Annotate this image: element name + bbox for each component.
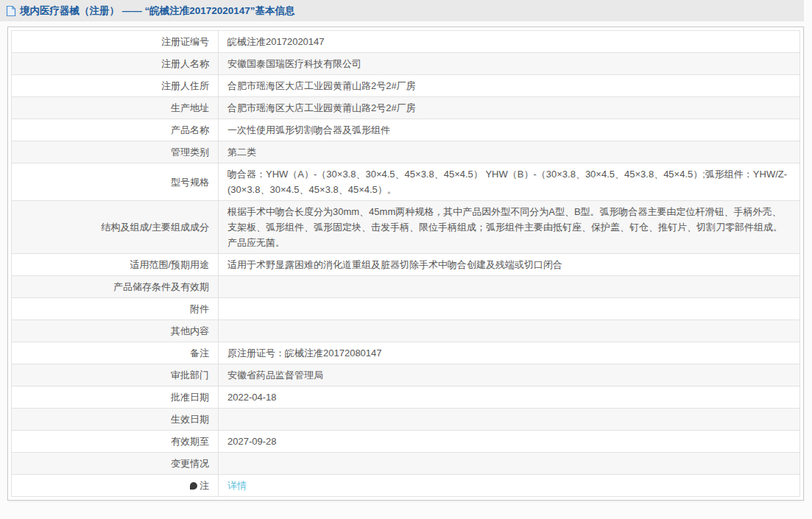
- row-label-text: 结构及组成/主要组成成分: [101, 222, 209, 233]
- row-value: 原注册证号：皖械注准20172080147: [219, 342, 800, 364]
- row-label: 变更情况: [12, 453, 219, 475]
- row-value: [219, 298, 800, 320]
- row-value: 第二类: [219, 141, 800, 163]
- row-value: [219, 453, 800, 475]
- table-row: 备注原注册证号：皖械注准20172080147: [12, 342, 800, 364]
- details-link[interactable]: 详情: [227, 480, 247, 491]
- table-row: 注册证编号皖械注准20172020147: [12, 31, 800, 53]
- table-row: 结构及组成/主要组成成分根据手术中吻合长度分为30mm、45mm两种规格，其中产…: [12, 201, 800, 254]
- document-icon: [6, 5, 16, 17]
- row-value-text: 原注册证号：皖械注准20172080147: [227, 347, 382, 359]
- row-label: 审批部门: [12, 364, 219, 386]
- row-label: 有效期至: [12, 431, 219, 453]
- table-row: 生产地址合肥市瑶海区大店工业园黄莆山路2号2#厂房: [12, 97, 800, 119]
- note-balloon-icon: [190, 482, 197, 490]
- table-row: 型号规格吻合器：YHW（A）-（30×3.8、30×4.5、45×3.8、45×…: [12, 163, 800, 201]
- row-label-text: 生产地址: [171, 102, 209, 113]
- row-value: 安徽省药品监督管理局: [219, 364, 800, 386]
- table-row: 产品储存条件及有效期: [12, 276, 800, 298]
- table-row: 附件: [12, 298, 800, 320]
- row-value-text: 适用于术野显露困难的消化道重组及脏器切除手术中吻合创建及残端或切口闭合: [227, 259, 562, 270]
- row-value: [219, 276, 800, 298]
- row-label: 附件: [12, 298, 219, 320]
- row-value-text: 合肥市瑶海区大店工业园黄莆山路2号2#厂房: [227, 102, 416, 113]
- row-label: 注册人住所: [12, 75, 219, 97]
- row-value-text: 吻合器：YHW（A）-（30×3.8、30×4.5、45×3.8、45×4.5）…: [227, 169, 787, 195]
- row-value: [219, 409, 800, 431]
- row-label-text: 注册证编号: [161, 36, 209, 47]
- registration-info-table: 注册证编号皖械注准20172020147注册人名称安徽国泰国瑞医疗科技有限公司注…: [11, 30, 800, 497]
- row-label-text: 产品储存条件及有效期: [113, 281, 209, 292]
- row-value: 一次性使用弧形切割吻合器及弧形组件: [219, 119, 800, 141]
- row-label: 注册人名称: [12, 53, 219, 75]
- row-label-text: 管理类别: [171, 146, 209, 158]
- row-value-text: 根据手术中吻合长度分为30mm、45mm两种规格，其中产品因外型不同分为A型、B…: [227, 206, 783, 248]
- row-label-text: 型号规格: [171, 177, 209, 188]
- row-label-text: 注: [200, 480, 209, 491]
- table-row: 审批部门安徽省药品监督管理局: [12, 364, 800, 386]
- row-value: 2022-04-18: [219, 386, 800, 409]
- table-row: 管理类别第二类: [12, 141, 800, 163]
- row-value: 安徽国泰国瑞医疗科技有限公司: [219, 53, 800, 75]
- table-row: 产品名称一次性使用弧形切割吻合器及弧形组件: [12, 119, 800, 141]
- row-label-text: 有效期至: [171, 436, 209, 447]
- row-label: 批准日期: [12, 386, 219, 409]
- row-label-text: 产品名称: [171, 124, 209, 135]
- row-label-text: 附件: [190, 303, 209, 314]
- row-label-text: 其他内容: [171, 325, 209, 336]
- row-value-text: 皖械注准20172020147: [227, 36, 325, 47]
- row-value-text: 第二类: [227, 146, 256, 158]
- row-value: 适用于术野显露困难的消化道重组及脏器切除手术中吻合创建及残端或切口闭合: [219, 254, 800, 276]
- content-panel: 注册证编号皖械注准20172020147注册人名称安徽国泰国瑞医疗科技有限公司注…: [7, 27, 804, 501]
- table-row: 其他内容: [12, 320, 800, 342]
- page-title: 境内医疗器械（注册） —— “皖械注准20172020147”基本信息: [20, 4, 295, 18]
- info-table-body: 注册证编号皖械注准20172020147注册人名称安徽国泰国瑞医疗科技有限公司注…: [12, 31, 800, 497]
- row-value-text: 2027-09-28: [227, 436, 277, 447]
- row-label: 其他内容: [12, 320, 219, 342]
- row-label: 生产地址: [12, 97, 219, 119]
- row-value: [219, 320, 800, 342]
- row-label: 生效日期: [12, 409, 219, 431]
- table-row: 变更情况: [12, 453, 800, 475]
- row-value: 皖械注准20172020147: [219, 31, 800, 53]
- row-value-text: 2022-04-18: [227, 392, 277, 403]
- row-label-text: 注册人住所: [161, 80, 209, 91]
- row-value: 合肥市瑶海区大店工业园黄莆山路2号2#厂房: [219, 75, 800, 97]
- page-header: 境内医疗器械（注册） —— “皖械注准20172020147”基本信息: [0, 0, 804, 21]
- row-label: 产品储存条件及有效期: [12, 276, 219, 298]
- row-value-text: 安徽省药品监督管理局: [227, 370, 323, 381]
- row-label: 备注: [12, 342, 219, 364]
- row-label: 注: [12, 475, 219, 497]
- row-value-text: 合肥市瑶海区大店工业园黄莆山路2号2#厂房: [227, 80, 416, 91]
- row-label: 注册证编号: [12, 31, 219, 53]
- row-label: 产品名称: [12, 119, 219, 141]
- table-row: 批准日期2022-04-18: [12, 386, 800, 409]
- row-label-text: 生效日期: [171, 414, 209, 425]
- row-label-text: 备注: [190, 347, 209, 359]
- row-label-text: 适用范围/预期用途: [130, 259, 209, 270]
- row-label-text: 批准日期: [171, 392, 209, 403]
- row-label: 适用范围/预期用途: [12, 254, 219, 276]
- row-value: 吻合器：YHW（A）-（30×3.8、30×4.5、45×3.8、45×4.5）…: [219, 163, 800, 201]
- row-value: 根据手术中吻合长度分为30mm、45mm两种规格，其中产品因外型不同分为A型、B…: [219, 201, 800, 254]
- row-label-text: 变更情况: [171, 458, 209, 469]
- row-label: 结构及组成/主要组成成分: [12, 201, 219, 254]
- table-row: 适用范围/预期用途适用于术野显露困难的消化道重组及脏器切除手术中吻合创建及残端或…: [12, 254, 800, 276]
- row-label: 型号规格: [12, 163, 219, 201]
- table-row: 有效期至2027-09-28: [12, 431, 800, 453]
- row-label-text: 审批部门: [171, 370, 209, 381]
- table-row: 注册人住所合肥市瑶海区大店工业园黄莆山路2号2#厂房: [12, 75, 800, 97]
- row-value-text: 一次性使用弧形切割吻合器及弧形组件: [227, 124, 390, 135]
- table-row: 注详情: [12, 475, 800, 497]
- row-value-text: 安徽国泰国瑞医疗科技有限公司: [227, 58, 361, 69]
- table-row: 生效日期: [12, 409, 800, 431]
- row-value: 详情: [219, 475, 800, 497]
- row-value: 合肥市瑶海区大店工业园黄莆山路2号2#厂房: [219, 97, 800, 119]
- row-value: 2027-09-28: [219, 431, 800, 453]
- row-label-text: 注册人名称: [161, 58, 209, 69]
- row-label: 管理类别: [12, 141, 219, 163]
- table-row: 注册人名称安徽国泰国瑞医疗科技有限公司: [12, 53, 800, 75]
